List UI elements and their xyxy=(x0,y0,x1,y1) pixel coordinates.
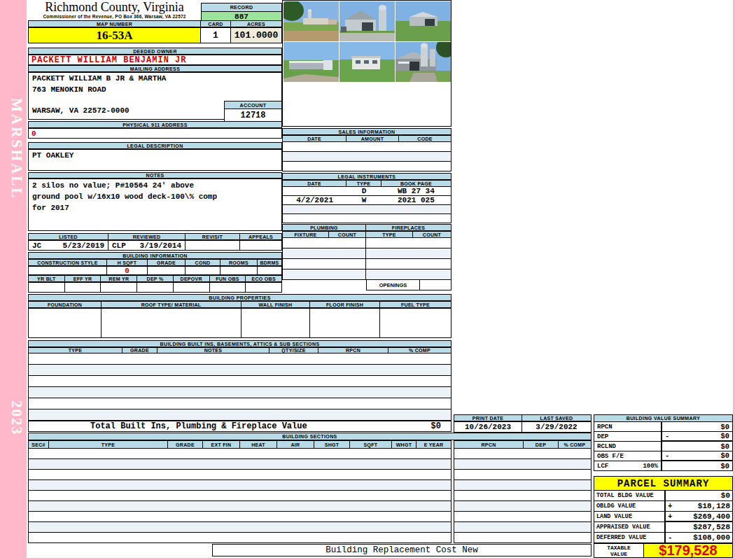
bvs-op: - xyxy=(665,432,669,440)
legal-instrument-empty-row xyxy=(282,214,451,223)
note-line-2: ground pool w/16x10 wood deck-100\% comp xyxy=(32,191,281,202)
section-empty-row xyxy=(454,522,592,533)
built-ins-total-value: $0 xyxy=(431,421,441,431)
li-date: 4/2/2021 xyxy=(283,196,346,204)
built-ins-empty-row xyxy=(28,410,451,421)
fireplace-count-header: COUNT xyxy=(413,231,451,238)
reviewed-date: 3/19/2014 xyxy=(140,241,181,250)
li-date-header: DATE xyxy=(282,180,346,187)
li-type: W xyxy=(346,196,382,204)
photo-barn-with-silo[interactable] xyxy=(340,1,395,41)
bvs-value: $0 xyxy=(720,432,729,440)
taxable-value: $179,528 xyxy=(644,543,733,558)
construction-style-header: CONSTRUCTION STYLE xyxy=(28,259,107,266)
review-header-row: LISTED REVIEWED REVISIT APPEALS xyxy=(28,233,282,240)
sidebar-year-label: 2023 xyxy=(3,400,25,435)
sales-rows xyxy=(282,142,451,172)
section-empty-row xyxy=(28,522,451,533)
listed-header: LISTED xyxy=(28,233,108,240)
photo-panel xyxy=(282,0,451,127)
effyr-value xyxy=(65,282,102,293)
bi-type-header: TYPE xyxy=(28,347,122,354)
openings-value xyxy=(420,280,451,290)
li-type-header: TYPE xyxy=(346,180,382,187)
reviewed-cell: CLP 3/19/2014 xyxy=(108,240,186,251)
ps-op: - xyxy=(668,533,673,542)
sales-amount-header: AMOUNT xyxy=(346,135,399,142)
card-header: CARD xyxy=(201,20,231,27)
fireplaces-empty-row xyxy=(366,259,451,270)
comp-header: % COMP xyxy=(559,440,592,449)
dep-pct-value xyxy=(137,282,174,293)
built-ins-empty-row xyxy=(28,376,451,387)
revisit-cell xyxy=(186,240,240,251)
foundation-value xyxy=(28,308,102,338)
grade-value xyxy=(148,266,186,275)
account-box: ACCOUNT 12718 xyxy=(224,101,282,122)
fireplaces-empty-row xyxy=(366,238,451,248)
photo-mobile-home[interactable] xyxy=(340,42,395,82)
note-line-1: 2 silos no value; P#10564 24' above xyxy=(32,180,281,191)
plumbing-empty-row xyxy=(282,259,366,270)
commissioner-line: Commissioner of the Revenue, PO Box 366,… xyxy=(28,14,201,19)
construction-style-value xyxy=(28,266,107,275)
ps-label: DEFERRED VALUE xyxy=(594,533,665,543)
eyear-header: E YEAR xyxy=(416,440,451,449)
sales-information-header: SALES INFORMATION xyxy=(282,128,451,135)
section-empty-row xyxy=(28,449,451,459)
foundation-header: FOUNDATION xyxy=(28,301,102,308)
bvs-value: $0 xyxy=(720,462,729,470)
ps-label: LAND VALUE xyxy=(594,512,665,522)
roof-header: ROOF TYPE/ MATERIAL xyxy=(102,301,241,308)
legal-instrument-row: D WB 27 34 xyxy=(282,187,451,196)
mailing-address-box: PACKETT WILLIAM B JR & MARTHA 763 MENOKI… xyxy=(28,72,282,120)
li-book: 2021 025 xyxy=(382,196,451,204)
bvs-value: $0 xyxy=(720,442,729,451)
building-sections-column-headers: SEC# TYPE GRADE EXT FIN HEAT AIR SHGT SQ… xyxy=(28,440,592,449)
print-info-headers: PRINT DATE LAST SAVED xyxy=(454,414,592,421)
appeals-header: APPEALS xyxy=(240,233,282,240)
building-replacement-cost-bar: Building Replacement Cost New xyxy=(212,544,592,556)
plumbing-empty-row xyxy=(282,238,366,248)
building-properties-body xyxy=(28,308,451,338)
notes-header: NOTES xyxy=(28,172,282,178)
floor-finish-value xyxy=(310,308,380,338)
deeded-owner-value: PACKETT WILLIAM BENJAMIN JR xyxy=(28,55,282,65)
dep-header: DEP xyxy=(524,440,559,449)
ps-value: $0 xyxy=(721,491,730,500)
bvs-label: DEP xyxy=(597,433,608,440)
sales-empty-row xyxy=(282,142,451,152)
mailing-line-2: 763 MENOKIN ROAD xyxy=(32,85,106,94)
ps-op: + xyxy=(668,512,673,521)
photo-farm-view-with-silo[interactable] xyxy=(284,1,339,41)
taxable-label-line1: TAXABLE xyxy=(607,545,631,551)
photo-above-ground-pool-with-deck[interactable] xyxy=(284,42,339,82)
mailing-line-3: WARSAW, VA 22572-0000 xyxy=(32,106,130,115)
li-book: WB 27 34 xyxy=(382,187,451,195)
listed-by: JC xyxy=(32,241,41,250)
fuel-type-value xyxy=(380,308,451,338)
bi-grade-header: GRADE xyxy=(122,347,158,354)
plumbing-count-header: COUNT xyxy=(329,231,366,238)
roof-value xyxy=(102,308,241,338)
plumbing-empty-row xyxy=(282,248,366,259)
bvs-label: RPCN xyxy=(597,424,612,430)
openings-label: OPENINGS xyxy=(366,280,420,290)
photo-barn-with-two-silos[interactable] xyxy=(396,42,451,82)
building-properties-headers: FOUNDATION ROOF TYPE/ MATERIAL WALL FINI… xyxy=(28,301,451,308)
photo-equipment-shed[interactable] xyxy=(396,1,451,41)
legal-instruments-headers: DATE TYPE BOOK PAGE xyxy=(282,180,451,187)
building-info-headers-2: YR BLT EFF YR REM YR DEP % DEPOVR FUN OB… xyxy=(28,275,282,282)
effyr-header: EFF YR xyxy=(65,275,102,282)
depovr-header: DEPOVR xyxy=(174,275,210,282)
li-bookpage-header: BOOK PAGE xyxy=(382,180,451,187)
section-empty-row xyxy=(454,449,592,459)
built-ins-empty-row xyxy=(28,354,451,365)
cond-header: COND xyxy=(186,259,220,266)
built-ins-total-label: Total Built Ins, Plumbing & Fireplace Va… xyxy=(90,421,307,431)
built-ins-rows xyxy=(28,354,451,421)
built-ins-empty-row xyxy=(28,387,451,398)
bi-comp-header: % COMP xyxy=(388,347,451,354)
revisit-header: REVISIT xyxy=(186,233,240,240)
parcel-summary: TOTAL BLDG VALUE $0 OBLDG VALUE +$18,128… xyxy=(594,491,733,543)
